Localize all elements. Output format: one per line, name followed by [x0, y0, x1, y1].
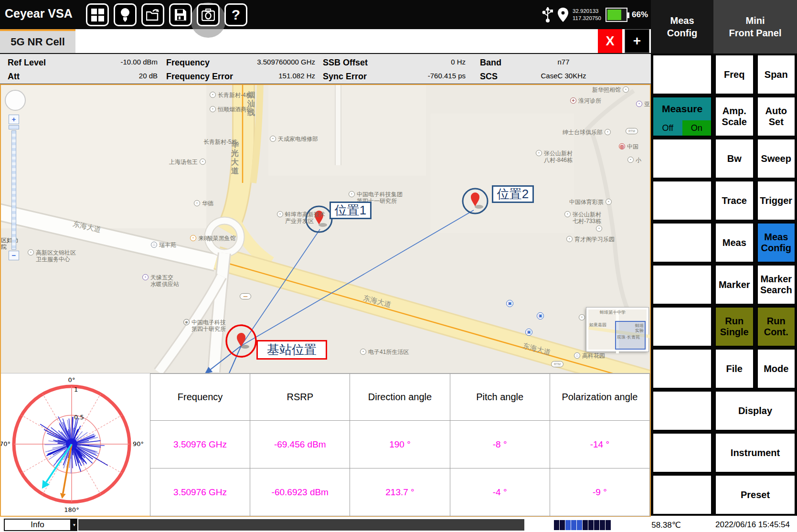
freq-button[interactable]: Freq	[715, 54, 754, 95]
panel-header-meas-config: Meas Config	[651, 0, 713, 53]
map-poi: 恒顺烟酒商行	[210, 106, 252, 113]
map-poi: 电子41所生活区	[360, 349, 409, 355]
zoom-slider-track[interactable]	[11, 130, 16, 250]
cross-icon	[570, 97, 576, 104]
pan-right-icon[interactable]	[18, 98, 23, 103]
tab-5g-nr-cell[interactable]: 5G NR Cell	[0, 29, 75, 53]
map-poi-label: 中国	[627, 143, 638, 150]
gps-coordinates: 32.920133117.320750	[573, 8, 601, 21]
polar-antenna-plot: 0° 90° 180° 270° 1 0.5	[1, 373, 149, 516]
amp-scale-button[interactable]: Amp. Scale	[715, 96, 754, 137]
sync-error-value: -760.415 ps	[377, 72, 466, 80]
preset-button[interactable]: Preset	[715, 475, 796, 515]
marker-button[interactable]: Marker	[715, 265, 754, 305]
map-poi	[537, 312, 546, 319]
windows-glyph	[91, 9, 104, 21]
minimap-overview[interactable]: 蚌埠第十中学如意嘉园双珠·长青苑蚌埠 实验	[586, 308, 648, 351]
ceyear-vsa-screen: Ceyear VSA 32.920133117.320750 66%	[0, 0, 797, 532]
polar-r05-label: 0.5	[74, 414, 84, 421]
map-view[interactable]: 长青新村-4栋恒顺烟酒商行长青新村-5栋天成家电维修部上海汤包王华德瑞丰苑来8酸…	[1, 85, 650, 373]
map-poi-label: 烟 汕 线	[247, 91, 255, 117]
dot-icon	[28, 249, 34, 255]
camera-icon[interactable]	[197, 3, 220, 26]
map-poi: 中国体育彩票	[569, 199, 612, 205]
map-pan-control[interactable]	[5, 90, 26, 111]
map-poi: 高新区文锦社区 卫生服务中心	[28, 249, 76, 263]
instrument-button[interactable]: Instrument	[715, 433, 796, 473]
sweep-button[interactable]: Sweep	[757, 138, 796, 179]
display-button[interactable]: Display	[715, 391, 796, 431]
map-poi: 天成家电维修部	[270, 136, 318, 142]
minimap-label: 蚌埠 实验	[635, 324, 644, 333]
map-poi: 张公山新村 八村-846栋	[536, 150, 573, 164]
measure-off-option[interactable]: Off	[653, 120, 682, 136]
bld-icon	[574, 352, 580, 359]
lightbulb-icon[interactable]	[114, 3, 137, 26]
map-poi-label: 瑞丰苑	[159, 242, 176, 248]
marker-search-button[interactable]: Marker Search	[757, 265, 796, 305]
progress-segment	[606, 520, 611, 530]
meas-button[interactable]: Meas	[715, 223, 754, 263]
sync-error-label: Sync Error	[323, 72, 367, 82]
tab-add-button[interactable]: +	[625, 29, 649, 53]
zoom-out-button[interactable]: −	[9, 251, 19, 260]
pan-up-icon[interactable]	[13, 93, 18, 97]
map-poi	[551, 361, 565, 367]
col-rsrp: RSRP	[250, 374, 350, 421]
zoom-slider-handle[interactable]	[9, 125, 19, 129]
progress-segment	[577, 520, 582, 530]
meas-config-slot-6	[652, 307, 712, 347]
run-cont-button[interactable]: Run Cont.	[757, 307, 796, 347]
meas-config-slot-1	[652, 54, 712, 95]
dot-icon	[210, 92, 216, 98]
col-direction-angle: Direction angle	[350, 374, 450, 421]
run-single-button[interactable]: Run Single	[715, 307, 754, 347]
tab-bar: 5G NR Cell X +	[0, 29, 651, 53]
table-row: 3.50976 GHz -69.456 dBm 190 ° -8 ° -14 °	[150, 421, 650, 468]
col-frequency: Frequency	[150, 374, 250, 421]
ssb-offset-value: 0 Hz	[377, 58, 466, 66]
food-icon	[190, 235, 196, 241]
bus-icon	[537, 312, 544, 319]
tab-close-button[interactable]: X	[598, 29, 622, 53]
info-dropdown-icon[interactable]: ▼	[71, 519, 77, 531]
span-button[interactable]: Span	[757, 54, 796, 95]
trace-button[interactable]: Trace	[715, 181, 754, 221]
help-icon[interactable]: ?	[224, 3, 247, 26]
windows-icon[interactable]	[86, 3, 109, 26]
bw-button[interactable]: Bw	[715, 138, 754, 179]
measure-on-option[interactable]: On	[682, 120, 712, 136]
open-folder-icon[interactable]	[141, 3, 164, 26]
measure-toggle[interactable]: Measure Off On	[652, 96, 712, 137]
map-poi: 中国电子科技 第四十研究所	[183, 319, 226, 333]
dot-icon	[200, 159, 206, 165]
info-selector[interactable]: Info	[4, 519, 71, 531]
map-poi: 中国	[619, 143, 638, 150]
datetime-readout: 2022/06/16 15:45:54	[715, 520, 796, 530]
pan-down-icon[interactable]	[13, 103, 18, 108]
purple-icon	[636, 101, 642, 107]
table-header-row: Frequency RSRP Direction angle Pitch ang…	[150, 374, 650, 421]
dot-icon	[596, 225, 602, 232]
frequency-error-label: Frequency Error	[166, 72, 233, 82]
meas-config-button[interactable]: Meas Config	[757, 223, 796, 263]
pan-left-icon[interactable]	[8, 98, 12, 103]
usb-icon	[542, 7, 553, 22]
map-poi-label: 小	[636, 157, 641, 163]
auto-set-button[interactable]: Auto Set	[757, 96, 796, 137]
results-table: Frequency RSRP Direction angle Pitch ang…	[150, 373, 650, 516]
meas-config-slot-10	[652, 475, 712, 515]
map-poi-label: 长青新村-4栋	[218, 92, 252, 98]
frequency-label: Frequency	[166, 58, 210, 68]
map-poi-label: 高科花园	[582, 352, 605, 359]
trigger-button[interactable]: Trigger	[757, 181, 796, 221]
progress-segment	[571, 520, 576, 530]
map-poi-label: 张公山新村 八村-846栋	[544, 150, 573, 164]
dot-icon	[605, 129, 611, 135]
map-poi-label: 天成家电维修部	[278, 136, 318, 142]
file-button[interactable]: File	[715, 349, 754, 389]
save-icon[interactable]	[169, 3, 192, 26]
mode-button[interactable]: Mode	[757, 349, 796, 389]
zoom-in-button[interactable]: +	[9, 115, 19, 124]
dot-icon	[627, 157, 634, 163]
